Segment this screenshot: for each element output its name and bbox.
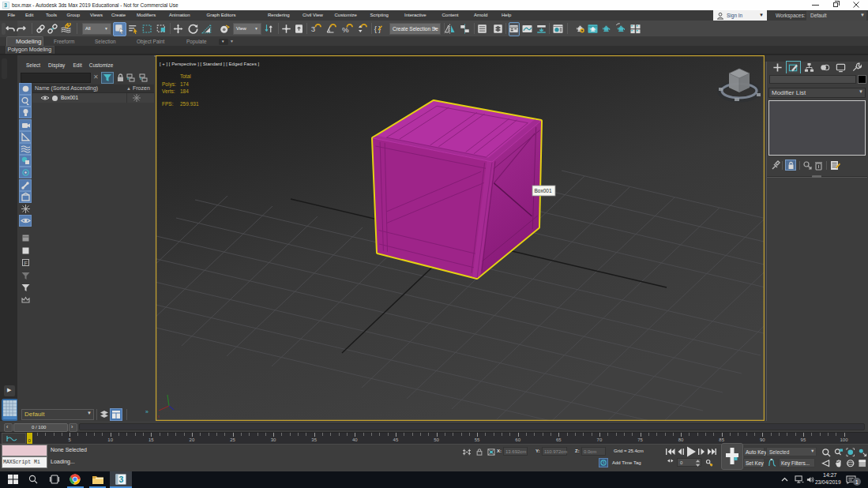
svg-text:%: % (342, 25, 349, 34)
svg-text:259.931: 259.931 (180, 101, 199, 107)
svg-text:3: 3 (310, 24, 314, 33)
svg-text:F: F (24, 260, 27, 265)
svg-text:Polys:: Polys: (162, 81, 176, 88)
svg-text:FPS:: FPS: (162, 101, 174, 107)
svg-text:174: 174 (180, 81, 189, 87)
svg-text:x: x (157, 414, 160, 419)
svg-text:Verts:: Verts: (162, 88, 175, 94)
svg-text:Box001: Box001 (535, 188, 552, 193)
svg-text:184: 184 (180, 88, 189, 94)
svg-text:[ + ] [ Perspective ] [ Standa: [ + ] [ Perspective ] [ Standard ] [ Edg… (160, 62, 260, 66)
svg-text:Total: Total (180, 73, 191, 79)
svg-text:{ }: { } (374, 24, 381, 33)
svg-text:3: 3 (119, 475, 124, 484)
